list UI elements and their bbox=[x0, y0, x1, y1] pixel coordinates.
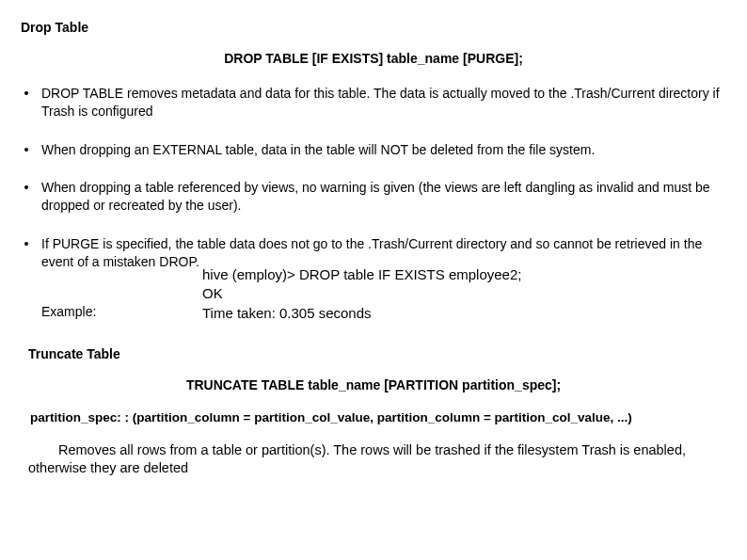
list-item: When dropping a table referenced by view… bbox=[21, 179, 726, 215]
list-item: DROP TABLE removes metadata and data for… bbox=[21, 85, 726, 120]
truncate-description: Removes all rows from a table or partiti… bbox=[28, 441, 726, 478]
drop-table-syntax: DROP TABLE [IF EXISTS] table_name [PURGE… bbox=[21, 50, 726, 68]
truncate-section: Truncate Table TRUNCATE TABLE table_name… bbox=[21, 345, 726, 478]
list-item: When dropping an EXTERNAL table, data in… bbox=[21, 141, 726, 159]
code-line: Time taken: 0.305 seconds bbox=[202, 304, 521, 323]
purge-text: If PURGE is specified, the table data do… bbox=[41, 236, 702, 269]
truncate-syntax: TRUNCATE TABLE table_name [PARTITION par… bbox=[21, 376, 726, 394]
truncate-heading: Truncate Table bbox=[28, 345, 726, 363]
drop-table-bullets: DROP TABLE removes metadata and data for… bbox=[21, 85, 726, 321]
example-code: hive (employ)> DROP table IF EXISTS empl… bbox=[202, 265, 521, 323]
partition-spec: partition_spec: : (partition_column = pa… bbox=[30, 409, 726, 426]
drop-table-heading: Drop Table bbox=[21, 19, 726, 37]
code-line: OK bbox=[202, 284, 521, 303]
code-line: hive (employ)> DROP table IF EXISTS empl… bbox=[202, 265, 521, 284]
list-item: If PURGE is specified, the table data do… bbox=[21, 235, 726, 321]
